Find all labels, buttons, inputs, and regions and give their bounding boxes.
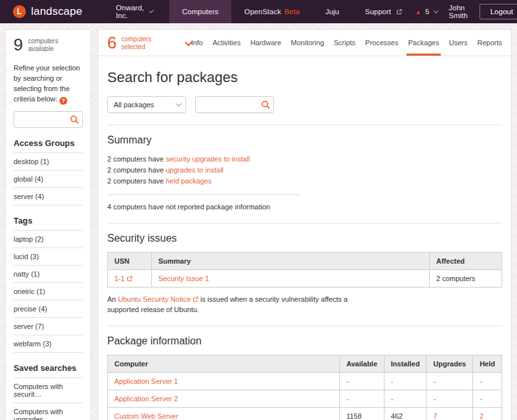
nav-openstack[interactable]: OpenStack Beta [231,0,313,23]
list-item[interactable]: oneiric (1) [14,282,83,300]
security-issues-title: Security issues [107,233,502,244]
tab-processes[interactable]: Processes [365,30,398,56]
header-nav: Computers OpenStack Beta Juju Support [169,0,415,23]
tab-activities[interactable]: Activities [213,30,240,56]
column-header-installed: Installed [384,355,427,372]
security-issue-link[interactable]: Security Issue 1 [158,275,209,282]
tags-list: laptop (2) lucid (3) natty (1) oneiric (… [14,230,83,353]
tab-users[interactable]: Users [449,30,468,56]
alerts-dropdown[interactable]: ▲ 5 [415,8,437,16]
tab-scripts[interactable]: Scripts [333,30,355,56]
usn-info-link[interactable]: Ubuntu Security Notice [118,295,199,303]
logout-button[interactable]: Logout [480,4,517,19]
security-note: An Ubuntu Security Notice is issued when… [107,294,361,315]
column-header-usn: USN [108,252,152,269]
summary-line: 2 computers have held packages [107,176,502,187]
list-item[interactable]: global (4) [14,170,83,187]
section-tags: Tags [14,216,83,230]
main-panel: 6 computers selected Info Activities Har… [98,29,512,420]
list-item[interactable]: desktop (1) [14,152,83,170]
computer-link[interactable]: Application Server 2 [114,395,178,403]
nav-juju[interactable]: Juju [313,0,352,23]
list-item[interactable]: server (7) [14,317,83,335]
nav-support[interactable]: Support [352,0,415,23]
help-icon[interactable]: ? [59,97,67,105]
column-header-available: Available [339,355,384,372]
computer-link[interactable]: Custom Web Server [114,412,178,420]
package-information-table: Computer Available Installed Upgrades He… [107,355,502,420]
list-item[interactable]: precise (4) [14,300,83,317]
alerts-count: 5 [425,8,429,16]
column-header-computer: Computer [108,355,340,372]
search-icon[interactable] [261,100,270,109]
column-header-upgrades: Upgrades [427,355,473,372]
column-header-affected: Affected [430,252,502,269]
selected-count-label: computers selected [121,34,167,50]
available-count-block: 9 computers available [14,36,83,53]
chevron-down-icon [176,101,181,106]
summary-line: 2 computers have security upgrades to in… [107,154,502,165]
tab-info[interactable]: Info [191,30,203,56]
upgrades-count-link[interactable]: 7 [433,412,437,420]
list-item[interactable]: Computers with securit… [14,377,83,403]
table-row: Application Server 1 - - - - [108,372,502,390]
available-count-label: computers available [28,36,83,52]
column-header-held: Held [473,355,502,372]
list-item[interactable]: webfarm (3) [14,335,83,352]
computer-link[interactable]: Application Server 1 [114,377,178,385]
page-title: Search for packages [107,69,502,86]
user-name: John Smith [448,4,467,19]
list-item[interactable]: server (4) [14,187,83,205]
tab-packages[interactable]: Packages [408,30,439,56]
unreported-note: 4 computers have not reported package in… [107,202,502,213]
held-packages-link[interactable]: held packages [166,177,212,185]
alert-triangle-icon: ▲ [415,8,421,16]
chevron-down-icon [149,8,154,13]
app-header: L landscape Onward, Inc. Computers OpenS… [0,0,517,23]
list-item[interactable]: Computers with upgrades [14,403,83,420]
list-item[interactable]: natty (1) [14,265,83,282]
security-upgrades-link[interactable]: security upgrades to install [166,155,250,163]
package-filter-select[interactable]: All packages [107,96,186,113]
main-top-bar: 6 computers selected Info Activities Har… [98,30,511,56]
section-saved-searches: Saved searches [14,363,83,377]
summary-title: Summary [107,134,502,146]
refine-text: Refine your selection by searching or se… [14,63,83,105]
external-link-icon [127,276,132,282]
table-row: 1-1 Security Issue 1 2 computers [108,269,502,287]
chevron-down-icon [433,8,438,13]
tab-reports[interactable]: Reports [477,30,502,56]
saved-searches-list: Computers with securit… Computers with u… [14,377,83,420]
list-item[interactable]: lucid (3) [14,247,83,265]
brand-name: landscape [31,5,82,18]
search-icon[interactable] [70,115,79,124]
list-item[interactable]: laptop (2) [14,230,83,247]
beta-badge: Beta [284,8,300,16]
tab-hardware[interactable]: Hardware [250,30,281,56]
divider [107,194,301,195]
usn-link[interactable]: 1-1 [114,275,132,282]
package-information-title: Package information [107,335,502,347]
affected-count: 2 computers [430,269,502,287]
held-count-link[interactable]: 2 [480,412,483,420]
search-controls: All packages [107,96,502,113]
landscape-logo-icon: L [13,5,26,18]
nav-computers[interactable]: Computers [169,0,231,23]
sidebar: 9 computers available Refine your select… [5,29,91,420]
divider [107,326,502,326]
account-dropdown[interactable]: Onward, Inc. [99,4,169,19]
column-header-summary: Summary [152,252,430,269]
security-issues-table: USN Summary Affected 1-1 Security Issue … [107,252,502,288]
tab-monitoring[interactable]: Monitoring [291,30,324,56]
landscape-logo[interactable]: L landscape [0,5,99,18]
computer-tabs: Info Activities Hardware Monitoring Scri… [191,30,502,56]
upgrades-link[interactable]: upgrades to install [166,166,224,174]
divider [107,125,502,125]
external-link-icon [396,9,402,15]
table-row: Application Server 2 - - - - [108,390,502,407]
section-access-groups: Access Groups [14,138,83,152]
account-label: Onward, Inc. [116,4,145,19]
summary-line: 2 computers have upgrades to install [107,165,502,176]
access-groups-list: desktop (1) global (4) server (4) [14,152,83,205]
package-filter-value: All packages [114,101,154,109]
